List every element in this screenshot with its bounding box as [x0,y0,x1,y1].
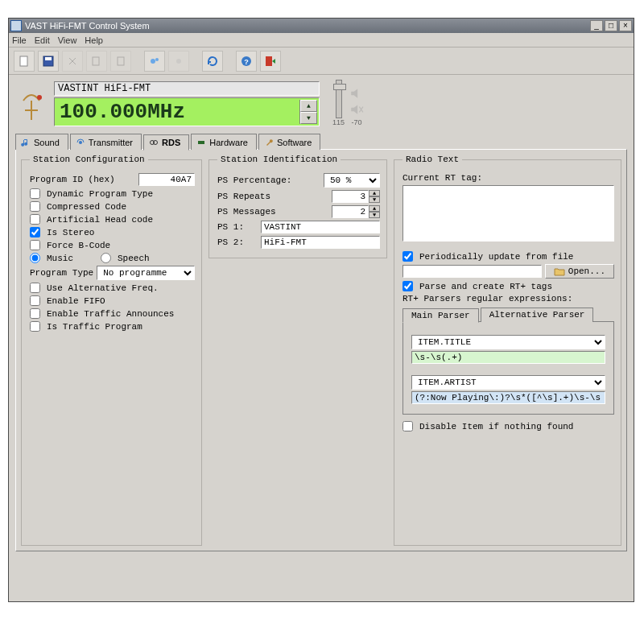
new-button[interactable] [14,51,35,72]
frequency-row: VASTINT HiFi-FMT 100.000MHz ▲ ▼ 115 [15,81,627,126]
svg-rect-10 [266,56,272,66]
regex-artist-input[interactable] [411,391,605,404]
menu-file[interactable]: File [12,35,27,45]
program-id-input[interactable] [138,173,195,186]
titlebar: VAST HiFi-FMT Control System _ □ × [9,19,634,33]
svg-rect-15 [198,141,204,144]
radio-text-group: Radio Text Current RT tag: Periodically … [394,155,621,546]
folder-icon [554,266,565,276]
tab-transmitter[interactable]: Transmitter [70,134,142,150]
exit-button[interactable] [260,51,281,72]
dynamic-pt-checkbox[interactable] [30,188,40,199]
program-type-select[interactable]: No programme [97,266,195,280]
tab-alt-parser[interactable]: Alternative Parser [481,308,594,322]
cut-button[interactable] [62,51,83,72]
connect-button[interactable] [144,51,165,72]
freq-down-button[interactable]: ▼ [300,112,317,124]
frequency-spinner[interactable]: ▲ ▼ [299,100,317,124]
ps-repeats-spinner[interactable]: ▲▼ [332,190,380,203]
current-rt-textarea[interactable] [402,185,614,242]
station-name-display: VASTINT HiFi-FMT [54,81,320,96]
svg-point-6 [155,58,159,61]
save-button[interactable] [38,51,59,72]
volume-slider-left[interactable] [336,80,342,118]
program-type-label: Program Type [30,268,93,278]
station-id-legend: Station Identification [217,155,341,164]
rds-icon [149,138,159,147]
tab-hardware[interactable]: Hardware [191,134,257,150]
ps2-input[interactable] [261,236,380,249]
menu-view[interactable]: View [58,35,77,45]
menu-help[interactable]: Help [85,35,103,45]
ps-messages-spinner[interactable]: ▲▼ [332,205,380,218]
tab-rds[interactable]: RDS [143,134,189,151]
svg-point-7 [176,59,181,64]
speaker-icon [349,86,364,101]
refresh-button[interactable] [202,51,223,72]
disable-item-checkbox[interactable] [402,421,413,431]
tab-page-rds: Station Configuration Program ID (hex) D… [15,149,627,551]
radio-text-legend: Radio Text [402,155,462,164]
tab-software[interactable]: Software [258,134,320,150]
open-file-button[interactable]: Open... [545,264,614,279]
item-title-select[interactable]: ITEM.TITLE [411,335,605,349]
minimize-button[interactable]: _ [590,20,603,31]
is-stereo-checkbox[interactable] [30,227,40,237]
force-b-checkbox[interactable] [30,240,40,250]
menu-edit[interactable]: Edit [35,35,50,45]
item-artist-select[interactable]: ITEM.ARTIST [411,375,605,390]
app-icon [10,20,22,31]
station-config-group: Station Configuration Program ID (hex) D… [21,155,202,546]
app-window: VAST HiFi-FMT Control System _ □ × File … [8,18,634,602]
mute-icon [349,102,364,117]
rt-file-input[interactable] [402,265,542,278]
music-note-icon [21,138,31,147]
artificial-head-checkbox[interactable] [30,214,40,225]
copy-button[interactable] [86,51,107,72]
svg-text:?: ? [244,58,249,66]
svg-point-5 [151,59,155,64]
tab-sound[interactable]: Sound [15,134,68,150]
parser-body: ITEM.TITLE ITEM.ARTIST [402,322,614,415]
svg-point-12 [79,141,82,144]
frequency-display: 100.000MHz ▲ ▼ [54,97,320,126]
maximize-button[interactable]: □ [605,20,617,31]
toolbar: ? [9,47,634,75]
music-radio[interactable] [30,253,40,263]
frequency-value: 100.000MHz [60,100,185,124]
help-button[interactable]: ? [236,51,257,72]
paste-button[interactable] [110,51,131,72]
menubar: File Edit View Help [9,33,634,47]
svg-rect-4 [118,57,124,65]
ps-percentage-select[interactable]: 50 % [324,173,380,188]
regex-label: RT+ Parsers regular expressions: [402,294,614,303]
volume-left-value: 115 [332,118,345,126]
regex-title-input[interactable] [411,351,605,364]
is-tp-checkbox[interactable] [30,321,40,332]
transmitter-icon [76,138,85,147]
volume-block: 115 -70 [332,81,364,126]
enable-fifo-checkbox[interactable] [30,295,40,306]
tab-strip: Sound Transmitter RDS Hardware Software [15,133,627,150]
parser-tabs: Main Parser Alternative Parser [402,307,614,322]
periodic-update-checkbox[interactable] [402,251,413,262]
enable-ta-checkbox[interactable] [30,308,40,319]
program-id-label: Program ID (hex) [30,175,135,184]
svg-rect-2 [45,57,52,60]
svg-point-11 [37,95,42,100]
chip-icon [196,138,206,147]
svg-rect-0 [20,56,27,66]
tab-main-parser[interactable]: Main Parser [402,308,479,323]
antenna-icon [15,85,47,123]
compressed-checkbox[interactable] [30,201,40,212]
freq-up-button[interactable]: ▲ [300,100,317,112]
radio-text-column: Radio Text Current RT tag: Periodically … [394,155,621,546]
parse-rtplus-checkbox[interactable] [402,281,413,291]
svg-rect-3 [93,57,99,65]
speech-radio[interactable] [101,253,111,263]
disconnect-button[interactable] [168,51,189,72]
ps1-input[interactable] [261,221,380,233]
use-alt-freq-checkbox[interactable] [30,283,40,293]
close-button[interactable]: × [619,20,632,31]
station-id-group: Station Identification PS Percentage: 50… [208,155,387,258]
